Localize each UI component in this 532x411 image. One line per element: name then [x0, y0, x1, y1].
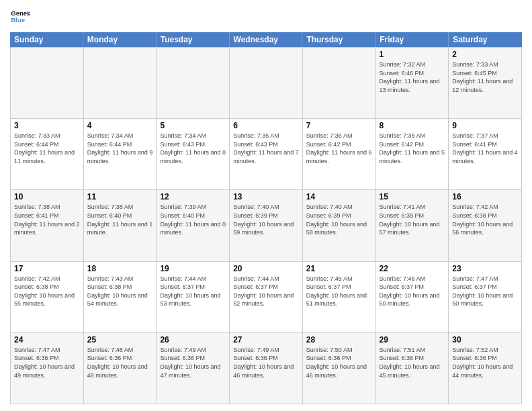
- day-info: Sunrise: 7:47 AMSunset: 6:36 PMDaylight:…: [14, 346, 80, 379]
- day-cell-4: 4Sunrise: 7:34 AMSunset: 6:44 PMDaylight…: [84, 119, 157, 190]
- day-number: 5: [160, 121, 226, 130]
- header: General Blue: [10, 7, 522, 27]
- day-cell-16: 16Sunrise: 7:42 AMSunset: 6:38 PMDayligh…: [449, 190, 522, 261]
- day-info: Sunrise: 7:40 AMSunset: 6:39 PMDaylight:…: [233, 203, 299, 236]
- day-info: Sunrise: 7:47 AMSunset: 6:37 PMDaylight:…: [452, 275, 518, 308]
- day-number: 8: [380, 121, 445, 130]
- day-info: Sunrise: 7:38 AMSunset: 6:40 PMDaylight:…: [87, 203, 153, 236]
- day-info: Sunrise: 7:42 AMSunset: 6:38 PMDaylight:…: [14, 275, 80, 308]
- day-number: 24: [14, 335, 80, 345]
- header-day-wednesday: Wednesday: [230, 32, 303, 47]
- day-info: Sunrise: 7:33 AMSunset: 6:45 PMDaylight:…: [452, 60, 518, 94]
- page: General Blue SundayMondayTuesdayWednesda…: [0, 0, 532, 411]
- day-cell-30: 30Sunrise: 7:52 AMSunset: 6:36 PMDayligh…: [449, 333, 522, 404]
- day-info: Sunrise: 7:48 AMSunset: 6:36 PMDaylight:…: [87, 346, 153, 379]
- calendar-body: 1Sunrise: 7:32 AMSunset: 6:46 PMDaylight…: [10, 47, 522, 404]
- day-cell-29: 29Sunrise: 7:51 AMSunset: 6:36 PMDayligh…: [376, 333, 449, 404]
- day-info: Sunrise: 7:33 AMSunset: 6:44 PMDaylight:…: [14, 132, 80, 165]
- day-cell-13: 13Sunrise: 7:40 AMSunset: 6:39 PMDayligh…: [230, 190, 303, 261]
- day-info: Sunrise: 7:36 AMSunset: 6:42 PMDaylight:…: [380, 132, 445, 165]
- header-day-tuesday: Tuesday: [157, 32, 230, 47]
- day-number: 29: [380, 335, 445, 345]
- day-cell-2: 2Sunrise: 7:33 AMSunset: 6:45 PMDaylight…: [449, 48, 522, 119]
- calendar: SundayMondayTuesdayWednesdayThursdayFrid…: [10, 32, 522, 404]
- day-cell-19: 19Sunrise: 7:44 AMSunset: 6:37 PMDayligh…: [157, 262, 230, 333]
- day-number: 7: [306, 121, 372, 130]
- day-cell-6: 6Sunrise: 7:35 AMSunset: 6:43 PMDaylight…: [230, 119, 303, 190]
- day-info: Sunrise: 7:49 AMSunset: 6:36 PMDaylight:…: [160, 346, 226, 379]
- day-number: 20: [233, 264, 299, 273]
- day-info: Sunrise: 7:49 AMSunset: 6:36 PMDaylight:…: [233, 346, 299, 379]
- empty-cell: [303, 48, 376, 119]
- logo: General Blue: [10, 7, 30, 27]
- day-cell-9: 9Sunrise: 7:37 AMSunset: 6:41 PMDaylight…: [449, 119, 522, 190]
- day-cell-3: 3Sunrise: 7:33 AMSunset: 6:44 PMDaylight…: [11, 119, 84, 190]
- day-number: 9: [452, 121, 518, 130]
- day-info: Sunrise: 7:45 AMSunset: 6:37 PMDaylight:…: [306, 275, 372, 308]
- day-cell-18: 18Sunrise: 7:43 AMSunset: 6:38 PMDayligh…: [84, 262, 157, 333]
- day-cell-21: 21Sunrise: 7:45 AMSunset: 6:37 PMDayligh…: [303, 262, 376, 333]
- header-day-saturday: Saturday: [449, 32, 522, 47]
- day-cell-1: 1Sunrise: 7:32 AMSunset: 6:46 PMDaylight…: [376, 48, 449, 119]
- day-cell-14: 14Sunrise: 7:40 AMSunset: 6:39 PMDayligh…: [303, 190, 376, 261]
- day-number: 11: [87, 192, 153, 201]
- day-number: 3: [14, 121, 80, 130]
- day-info: Sunrise: 7:44 AMSunset: 6:37 PMDaylight:…: [233, 275, 299, 308]
- day-number: 4: [87, 121, 153, 130]
- day-number: 14: [306, 192, 372, 201]
- day-info: Sunrise: 7:34 AMSunset: 6:44 PMDaylight:…: [87, 132, 153, 165]
- day-info: Sunrise: 7:50 AMSunset: 6:36 PMDaylight:…: [306, 346, 372, 379]
- day-cell-23: 23Sunrise: 7:47 AMSunset: 6:37 PMDayligh…: [449, 262, 522, 333]
- day-info: Sunrise: 7:43 AMSunset: 6:38 PMDaylight:…: [87, 275, 153, 308]
- day-cell-26: 26Sunrise: 7:49 AMSunset: 6:36 PMDayligh…: [157, 333, 230, 404]
- day-cell-24: 24Sunrise: 7:47 AMSunset: 6:36 PMDayligh…: [11, 333, 84, 404]
- empty-cell: [11, 48, 84, 119]
- day-cell-27: 27Sunrise: 7:49 AMSunset: 6:36 PMDayligh…: [230, 333, 303, 404]
- day-number: 16: [452, 192, 518, 201]
- day-number: 23: [452, 264, 518, 273]
- day-info: Sunrise: 7:40 AMSunset: 6:39 PMDaylight:…: [306, 203, 372, 236]
- day-cell-17: 17Sunrise: 7:42 AMSunset: 6:38 PMDayligh…: [11, 262, 84, 333]
- day-number: 15: [380, 192, 445, 201]
- day-cell-15: 15Sunrise: 7:41 AMSunset: 6:39 PMDayligh…: [376, 190, 449, 261]
- day-info: Sunrise: 7:39 AMSunset: 6:40 PMDaylight:…: [160, 203, 226, 236]
- day-number: 12: [160, 192, 226, 201]
- day-cell-7: 7Sunrise: 7:36 AMSunset: 6:42 PMDaylight…: [303, 119, 376, 190]
- header-day-sunday: Sunday: [10, 32, 83, 47]
- day-number: 27: [233, 335, 299, 345]
- day-cell-28: 28Sunrise: 7:50 AMSunset: 6:36 PMDayligh…: [303, 333, 376, 404]
- day-number: 26: [160, 335, 226, 345]
- calendar-row-0: 1Sunrise: 7:32 AMSunset: 6:46 PMDaylight…: [11, 48, 522, 119]
- day-number: 19: [160, 264, 226, 273]
- day-info: Sunrise: 7:44 AMSunset: 6:37 PMDaylight:…: [160, 275, 226, 308]
- day-number: 25: [87, 335, 153, 345]
- day-info: Sunrise: 7:35 AMSunset: 6:43 PMDaylight:…: [233, 132, 299, 165]
- day-number: 13: [233, 192, 299, 201]
- day-cell-12: 12Sunrise: 7:39 AMSunset: 6:40 PMDayligh…: [157, 190, 230, 261]
- day-info: Sunrise: 7:38 AMSunset: 6:41 PMDaylight:…: [14, 203, 80, 236]
- day-number: 18: [87, 264, 153, 273]
- day-info: Sunrise: 7:42 AMSunset: 6:38 PMDaylight:…: [452, 203, 518, 236]
- day-info: Sunrise: 7:41 AMSunset: 6:39 PMDaylight:…: [380, 203, 445, 236]
- calendar-row-3: 17Sunrise: 7:42 AMSunset: 6:38 PMDayligh…: [11, 262, 522, 333]
- day-number: 10: [14, 192, 80, 201]
- svg-text:Blue: Blue: [11, 16, 25, 24]
- day-number: 17: [14, 264, 80, 273]
- day-cell-10: 10Sunrise: 7:38 AMSunset: 6:41 PMDayligh…: [11, 190, 84, 261]
- day-cell-22: 22Sunrise: 7:46 AMSunset: 6:37 PMDayligh…: [376, 262, 449, 333]
- day-cell-20: 20Sunrise: 7:44 AMSunset: 6:37 PMDayligh…: [230, 262, 303, 333]
- day-number: 2: [452, 50, 518, 59]
- day-cell-11: 11Sunrise: 7:38 AMSunset: 6:40 PMDayligh…: [84, 190, 157, 261]
- day-number: 30: [452, 335, 518, 345]
- day-cell-25: 25Sunrise: 7:48 AMSunset: 6:36 PMDayligh…: [84, 333, 157, 404]
- calendar-row-1: 3Sunrise: 7:33 AMSunset: 6:44 PMDaylight…: [11, 119, 522, 190]
- empty-cell: [230, 48, 303, 119]
- calendar-row-2: 10Sunrise: 7:38 AMSunset: 6:41 PMDayligh…: [11, 190, 522, 261]
- header-day-monday: Monday: [83, 32, 157, 47]
- day-info: Sunrise: 7:51 AMSunset: 6:36 PMDaylight:…: [380, 346, 445, 379]
- day-info: Sunrise: 7:52 AMSunset: 6:36 PMDaylight:…: [452, 346, 518, 379]
- logo-icon: General Blue: [10, 7, 30, 27]
- day-info: Sunrise: 7:37 AMSunset: 6:41 PMDaylight:…: [452, 132, 518, 165]
- header-day-thursday: Thursday: [302, 32, 375, 47]
- header-day-friday: Friday: [375, 32, 449, 47]
